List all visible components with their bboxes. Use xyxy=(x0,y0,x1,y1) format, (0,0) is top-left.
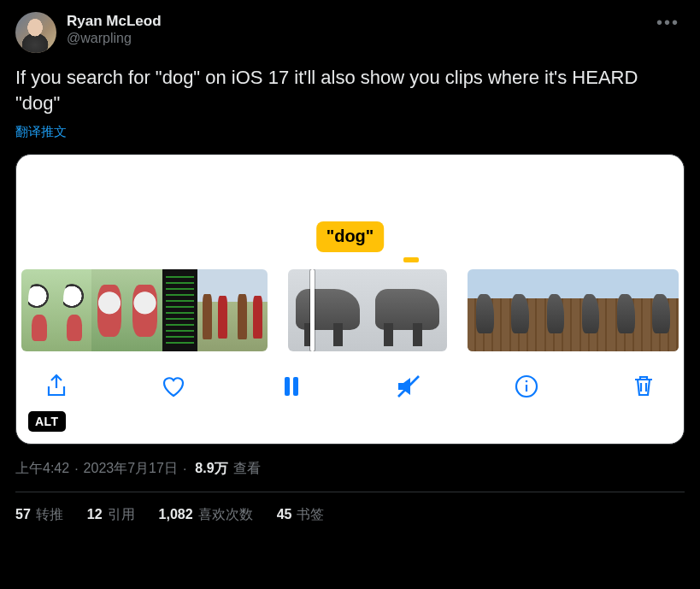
sep: · xyxy=(183,462,186,477)
retweets-stat[interactable]: 57 转推 xyxy=(15,506,63,524)
heart-icon[interactable] xyxy=(159,372,188,401)
svg-rect-0 xyxy=(285,377,290,396)
media-card[interactable]: "dog" xyxy=(15,154,685,445)
thumb xyxy=(56,269,91,351)
thumb xyxy=(162,269,197,351)
media-top: "dog" xyxy=(16,155,684,269)
quotes-stat[interactable]: 12 引用 xyxy=(87,506,135,524)
sep: · xyxy=(74,462,78,477)
pause-icon[interactable] xyxy=(277,372,306,401)
avatar[interactable] xyxy=(15,12,56,53)
more-icon[interactable]: ••• xyxy=(651,12,685,32)
thumb xyxy=(368,269,447,351)
info-icon[interactable] xyxy=(512,372,541,401)
handle: @warpling xyxy=(67,30,162,47)
stats-row: 57 转推 12 引用 1,082 喜欢次数 45 书签 xyxy=(15,506,685,524)
caption-pill: "dog" xyxy=(316,221,385,252)
author-block[interactable]: Ryan McLeod @warpling xyxy=(67,12,162,47)
thumb xyxy=(232,269,268,351)
thumb xyxy=(609,269,644,351)
thumb xyxy=(21,269,56,351)
tweet-container: Ryan McLeod @warpling ••• If you search … xyxy=(0,0,700,524)
bookmark-count: 45 xyxy=(277,507,292,522)
tweet-date[interactable]: 2023年7月17日 xyxy=(84,460,178,478)
divider xyxy=(15,492,685,492)
meta-row: 上午4:42 · 2023年7月17日 · 8.9万 查看 xyxy=(15,460,685,478)
clip-group-1[interactable] xyxy=(21,269,268,351)
thumb xyxy=(644,269,679,351)
views-label: 查看 xyxy=(233,460,261,478)
thumb xyxy=(503,269,538,351)
alt-badge[interactable]: ALT xyxy=(28,411,66,432)
tweet-time[interactable]: 上午4:42 xyxy=(15,460,69,478)
bookmarks-stat[interactable]: 45 书签 xyxy=(277,506,325,524)
retweet-count: 57 xyxy=(15,507,31,522)
thumb xyxy=(127,269,162,351)
svg-point-5 xyxy=(525,380,527,383)
views-count: 8.9万 xyxy=(195,460,227,478)
thumb xyxy=(468,269,503,351)
thumb xyxy=(538,269,573,351)
tweet-header: Ryan McLeod @warpling ••• xyxy=(15,12,685,53)
thumb xyxy=(288,269,368,351)
bookmark-label: 书签 xyxy=(297,506,324,524)
thumb xyxy=(197,269,232,351)
quote-label: 引用 xyxy=(108,506,135,524)
media-toolbar xyxy=(16,351,684,401)
clip-group-2[interactable] xyxy=(288,269,447,351)
share-icon[interactable] xyxy=(42,372,71,401)
translate-link[interactable]: 翻译推文 xyxy=(15,124,67,140)
display-name: Ryan McLeod xyxy=(67,12,162,30)
like-label: 喜欢次数 xyxy=(198,506,253,524)
caption-tick xyxy=(403,257,419,262)
retweet-label: 转推 xyxy=(36,506,63,524)
filmstrip[interactable] xyxy=(16,269,684,351)
trash-icon[interactable] xyxy=(629,372,658,401)
thumb xyxy=(91,269,126,351)
thumb xyxy=(573,269,608,351)
clip-group-3[interactable] xyxy=(468,269,679,351)
likes-stat[interactable]: 1,082 喜欢次数 xyxy=(159,506,253,524)
tweet-text: If you search for "dog" on iOS 17 it'll … xyxy=(15,65,685,115)
quote-count: 12 xyxy=(87,507,103,522)
mute-icon[interactable] xyxy=(394,372,423,401)
svg-rect-1 xyxy=(293,377,298,396)
playhead[interactable] xyxy=(310,269,315,351)
like-count: 1,082 xyxy=(159,507,193,522)
